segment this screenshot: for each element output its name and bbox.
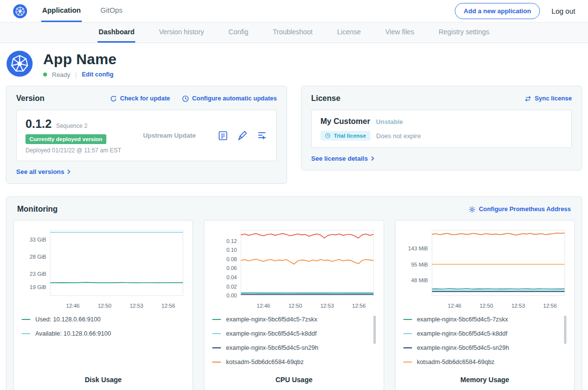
svg-text:12:46: 12:46 — [257, 303, 270, 309]
add-application-button[interactable]: Add a new application — [455, 3, 539, 19]
svg-text:12:46: 12:46 — [447, 303, 461, 309]
edit-config-link[interactable]: Edit config — [82, 71, 114, 78]
legend-item: example-nginx-5bc6f5d4c5-sn29h — [210, 341, 369, 355]
legend-swatch — [212, 319, 221, 320]
logout-link[interactable]: Log out — [552, 7, 575, 15]
svg-text:19 GiB: 19 GiB — [30, 284, 47, 290]
legend-scrollbar[interactable] — [373, 316, 376, 344]
memory-usage-chart-card: 143 MiB95 MiB48 MiB12:4612:5012:5312:56 … — [395, 220, 575, 390]
chart-title: Memory Usage — [401, 369, 568, 384]
current-version-box: 0.1.2 Sequence 2 Currently deployed vers… — [16, 110, 277, 161]
svg-text:0.10: 0.10 — [226, 247, 237, 253]
configure-automatic-updates-link[interactable]: Configure automatic updates — [182, 95, 277, 102]
svg-text:23 GiB: 23 GiB — [30, 271, 47, 277]
svg-text:33 GiB: 33 GiB — [30, 237, 47, 243]
legend-swatch — [403, 333, 412, 334]
kubernetes-logo-icon[interactable] — [13, 0, 27, 22]
svg-text:12:56: 12:56 — [352, 303, 366, 309]
tab-application[interactable]: Application — [41, 0, 82, 22]
see-all-versions-link[interactable]: See all versions — [16, 168, 71, 175]
cpu-usage-plot: 0.120.100.080.060.040.020.0012:4612:5012… — [210, 226, 377, 311]
legend-label: Available: 10.128.0.66:9100 — [35, 330, 111, 337]
svg-text:12:50: 12:50 — [289, 303, 302, 309]
tab-license[interactable]: License — [336, 23, 362, 43]
divider: | — [75, 71, 77, 78]
version-sequence: Sequence 2 — [56, 122, 87, 129]
chart-title: CPU Usage — [210, 369, 377, 384]
check-for-update-link[interactable]: Check for update — [110, 95, 170, 102]
svg-text:12:56: 12:56 — [543, 303, 557, 309]
trial-license-badge: Trial license — [320, 131, 370, 141]
legend-label: kotsadm-5db6dc6584-69qbz — [226, 359, 303, 366]
version-number: 0.1.2 — [25, 117, 51, 131]
legend-swatch — [212, 362, 221, 363]
sync-license-link[interactable]: Sync license — [524, 95, 572, 102]
legend-swatch — [403, 347, 412, 348]
legend-label: Used: 10.128.0.66:9100 — [35, 316, 100, 323]
legend-item: example-nginx-5bc6f5d4c5-sn29h — [401, 341, 561, 355]
topnav-tabs: Application GitOps — [41, 0, 123, 22]
app-header: App Name Ready | Edit config — [0, 43, 588, 84]
tab-config[interactable]: Config — [227, 23, 249, 43]
app-status-text: Ready — [52, 71, 71, 78]
monitoring-title: Monitoring — [17, 205, 58, 214]
svg-text:12:53: 12:53 — [130, 303, 144, 309]
legend-scrollbar[interactable] — [564, 316, 566, 344]
legend-item: Used: 10.128.0.66:9100 — [20, 313, 179, 327]
page-title: App Name — [43, 51, 117, 68]
license-card-title: License — [311, 94, 341, 103]
preflight-checks-icon[interactable] — [218, 130, 228, 141]
svg-text:48 MiB: 48 MiB — [411, 277, 428, 283]
chart-title: Disk Usage — [20, 369, 187, 384]
ready-status-dot — [43, 73, 47, 76]
disk-usage-chart-card: 33 GiB28 GiB23 GiB19 GiB12:4612:5012:531… — [13, 220, 193, 390]
tab-gitops[interactable]: GitOps — [99, 0, 123, 22]
gear-icon — [468, 206, 476, 213]
svg-text:0.04: 0.04 — [226, 274, 237, 280]
tab-registry-settings[interactable]: Registry settings — [438, 23, 490, 43]
refresh-icon — [110, 95, 117, 102]
legend-label: example-nginx-5bc6f5d4c5-k8ddf — [226, 330, 317, 337]
memory-usage-plot: 143 MiB95 MiB48 MiB12:4612:5012:5312:56 — [401, 226, 568, 311]
upstream-update-label: Upstream Update — [138, 132, 201, 139]
legend-swatch — [212, 333, 221, 334]
license-channel: Unstable — [376, 118, 403, 125]
legend-swatch — [22, 333, 30, 334]
license-box: My Customer Unstable Trial license Does … — [311, 110, 572, 148]
clock-icon — [182, 95, 189, 102]
disk-usage-plot: 33 GiB28 GiB23 GiB19 GiB12:4612:5012:531… — [20, 226, 187, 311]
app-icon — [6, 50, 33, 79]
legend-label: example-nginx-5bc6f5d4c5-7zskx — [226, 316, 317, 323]
svg-text:12:53: 12:53 — [320, 303, 334, 309]
see-license-details-link[interactable]: See license details — [311, 155, 374, 162]
edit-config-icon[interactable] — [237, 130, 248, 141]
legend-label: example-nginx-5bc6f5d4c5-sn29h — [226, 344, 318, 351]
cpu-usage-legend: example-nginx-5bc6f5d4c5-7zskxexample-ng… — [210, 313, 377, 369]
release-notes-icon[interactable] — [257, 130, 268, 141]
clock-icon — [325, 133, 331, 139]
svg-text:12:56: 12:56 — [162, 303, 175, 309]
tab-dashboard[interactable]: Dashboard — [98, 23, 135, 43]
license-expiration: Does not expire — [376, 132, 421, 140]
deployed-version-badge: Currently deployed version — [25, 134, 106, 144]
svg-text:0.08: 0.08 — [226, 256, 237, 262]
configure-prometheus-link[interactable]: Configure Prometheus Address — [468, 206, 571, 213]
svg-text:143 MiB: 143 MiB — [408, 245, 428, 251]
topnav-right: Add a new application Log out — [455, 0, 575, 22]
app-subnav: Dashboard Version history Config Trouble… — [0, 23, 588, 43]
legend-label: example-nginx-5bc6f5d4c5-sn29h — [417, 344, 509, 351]
tab-view-files[interactable]: View files — [384, 23, 415, 43]
tab-version-history[interactable]: Version history — [158, 23, 205, 43]
version-card-title: Version — [16, 94, 45, 103]
charts-row: 33 GiB28 GiB23 GiB19 GiB12:4612:5012:531… — [13, 220, 575, 390]
license-card: License Sync license My Customer Unstabl… — [301, 86, 582, 171]
svg-text:12:50: 12:50 — [479, 303, 493, 309]
legend-item: example-nginx-5bc6f5d4c5-k8ddf — [401, 327, 561, 341]
version-card: Version Check for update Configure autom… — [6, 86, 287, 184]
monitoring-card: Monitoring Configure Prometheus Address … — [6, 196, 582, 390]
sync-icon — [524, 95, 532, 102]
svg-text:12:53: 12:53 — [511, 303, 525, 309]
legend-swatch — [403, 319, 412, 320]
tab-troubleshoot[interactable]: Troubleshoot — [272, 23, 314, 43]
legend-swatch — [22, 319, 30, 320]
